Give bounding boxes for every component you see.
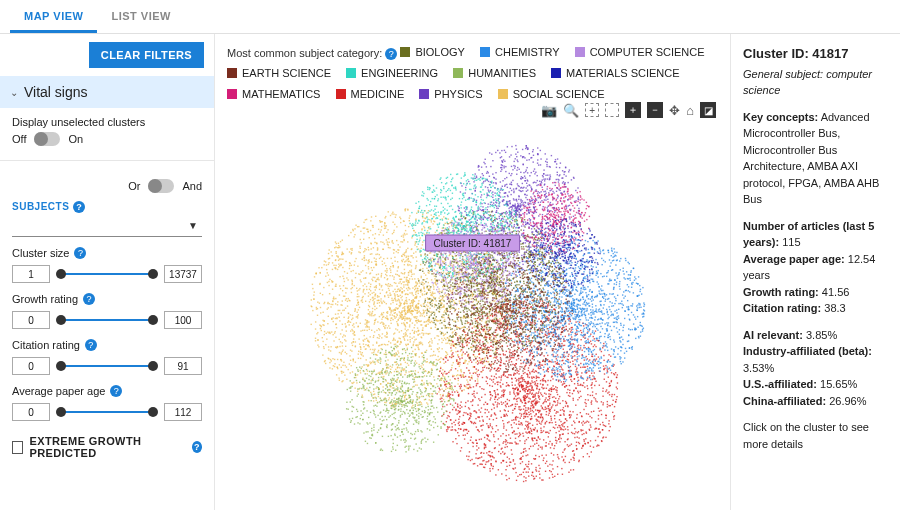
slider-max[interactable]: 91 [164, 357, 202, 375]
help-icon[interactable]: ? [192, 441, 202, 453]
citation-rating-slider: Citation rating? 0 91 [12, 339, 202, 375]
industry-value: 3.53% [743, 362, 774, 374]
slider-max[interactable]: 112 [164, 403, 202, 421]
slider-min[interactable]: 1 [12, 265, 50, 283]
slider-label: Growth rating [12, 293, 78, 305]
ai-label: AI relevant: [743, 329, 803, 341]
help-icon[interactable]: ? [110, 385, 122, 397]
cluster-detail-panel: Cluster ID: 41817 General subject: compu… [730, 34, 900, 510]
china-label: China-affiliated: [743, 395, 826, 407]
slider-label: Citation rating [12, 339, 80, 351]
growth-label: Growth rating: [743, 286, 819, 298]
view-tabs: MAP VIEW LIST VIEW [0, 0, 900, 34]
key-concepts-value: Advanced Microcontroller Bus, Microcontr… [743, 111, 879, 206]
legend-label: SOCIAL SCIENCE [513, 84, 605, 104]
slider-track[interactable] [58, 273, 156, 275]
subjects-select[interactable]: ▼ [12, 215, 202, 237]
legend-label: BIOLOGY [415, 42, 465, 62]
help-icon[interactable]: ? [83, 293, 95, 305]
legend-item[interactable]: CHEMISTRY [480, 42, 560, 62]
legend-swatch [346, 68, 356, 78]
detail-footer: Click on the cluster to see more details [743, 419, 888, 452]
key-concepts-label: Key concepts: [743, 111, 818, 123]
cluster-scatter-plot[interactable]: Cluster ID: 41817 [227, 105, 718, 510]
legend-label: PHYSICS [434, 84, 482, 104]
or-label: Or [128, 180, 140, 192]
legend-swatch [400, 47, 410, 57]
slider-max[interactable]: 13737 [164, 265, 202, 283]
slider-min[interactable]: 0 [12, 357, 50, 375]
slider-track[interactable] [58, 365, 156, 367]
industry-label: Industry-affiliated (beta): [743, 345, 872, 357]
articles-label: Number of articles (last 5 years): [743, 220, 874, 249]
extreme-growth-checkbox-row[interactable]: EXTREME GROWTH PREDICTED ? [12, 435, 202, 459]
detail-title: Cluster ID: 41817 [743, 44, 888, 64]
legend-swatch [419, 89, 429, 99]
legend-label: MATHEMATICS [242, 84, 320, 104]
cluster-size-slider: Cluster size? 1 13737 [12, 247, 202, 283]
display-unselected-toggle[interactable] [34, 132, 60, 146]
slider-min[interactable]: 0 [12, 403, 50, 421]
help-icon[interactable]: ? [85, 339, 97, 351]
legend-label: COMPUTER SCIENCE [590, 42, 705, 62]
checkbox-icon[interactable] [12, 441, 23, 454]
detail-subject-label: General subject: [743, 68, 823, 80]
help-icon[interactable]: ? [73, 201, 85, 213]
citation-label: Citation rating: [743, 302, 821, 314]
age-label: Average paper age: [743, 253, 845, 265]
clear-filters-button[interactable]: CLEAR FILTERS [89, 42, 204, 68]
legend-swatch [227, 89, 237, 99]
legend-swatch [498, 89, 508, 99]
help-icon[interactable]: ? [74, 247, 86, 259]
tab-list-view[interactable]: LIST VIEW [97, 0, 185, 33]
legend-swatch [336, 89, 346, 99]
legend-item[interactable]: MEDICINE [336, 84, 405, 104]
legend-swatch [453, 68, 463, 78]
legend-prefix: Most common subject category: [227, 47, 382, 59]
legend-swatch [575, 47, 585, 57]
us-value: 15.65% [820, 378, 857, 390]
articles-value: 115 [782, 236, 800, 248]
slider-track[interactable] [58, 319, 156, 321]
and-or-toggle[interactable] [148, 179, 174, 193]
and-label: And [182, 180, 202, 192]
extreme-growth-label: EXTREME GROWTH PREDICTED [29, 435, 185, 459]
display-unselected-label: Display unselected clusters [12, 116, 202, 128]
toggle-off-label: Off [12, 133, 26, 145]
help-icon[interactable]: ? [385, 48, 397, 60]
slider-track[interactable] [58, 411, 156, 413]
map-panel: Most common subject category: ? BIOLOGY … [215, 34, 730, 510]
average-paper-age-slider: Average paper age? 0 112 [12, 385, 202, 421]
legend-label: HUMANITIES [468, 63, 536, 83]
legend-swatch [480, 47, 490, 57]
subjects-label: SUBJECTS ? [12, 201, 85, 213]
legend-label: MATERIALS SCIENCE [566, 63, 680, 83]
slider-max[interactable]: 100 [164, 311, 202, 329]
legend-item[interactable]: ENGINEERING [346, 63, 438, 83]
legend-label: EARTH SCIENCE [242, 63, 331, 83]
growth-rating-slider: Growth rating? 0 100 [12, 293, 202, 329]
legend-item[interactable]: EARTH SCIENCE [227, 63, 331, 83]
legend-item[interactable]: SOCIAL SCIENCE [498, 84, 605, 104]
legend-item[interactable]: MATERIALS SCIENCE [551, 63, 680, 83]
caret-down-icon: ▼ [188, 220, 198, 231]
toggle-on-label: On [68, 133, 83, 145]
us-label: U.S.-affiliated: [743, 378, 817, 390]
legend: Most common subject category: ? BIOLOGY … [227, 42, 718, 105]
legend-item[interactable]: MATHEMATICS [227, 84, 320, 104]
tab-map-view[interactable]: MAP VIEW [10, 0, 97, 33]
growth-value: 41.56 [822, 286, 850, 298]
slider-min[interactable]: 0 [12, 311, 50, 329]
legend-swatch [551, 68, 561, 78]
legend-swatch [227, 68, 237, 78]
legend-item[interactable]: HUMANITIES [453, 63, 536, 83]
section-title: Vital signs [24, 84, 88, 100]
china-value: 26.96% [829, 395, 866, 407]
ai-value: 3.85% [806, 329, 837, 341]
chevron-down-icon: ⌄ [10, 87, 18, 98]
legend-label: CHEMISTRY [495, 42, 560, 62]
vital-signs-section[interactable]: ⌄ Vital signs [0, 76, 214, 108]
legend-item[interactable]: BIOLOGY [400, 42, 465, 62]
legend-item[interactable]: PHYSICS [419, 84, 482, 104]
legend-item[interactable]: COMPUTER SCIENCE [575, 42, 705, 62]
